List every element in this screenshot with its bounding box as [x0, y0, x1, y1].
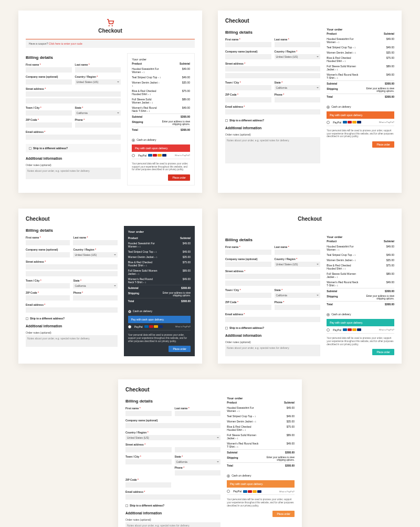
- order-notes-textarea[interactable]: Notes about your order, e.g. special not…: [26, 335, 118, 347]
- page-title: Checkout: [125, 387, 295, 392]
- order-notes-textarea[interactable]: Notes about your order, e.g. special not…: [26, 168, 121, 179]
- ship-different-toggle[interactable]: Ship to a different address?: [26, 144, 121, 152]
- state-select[interactable]: California: [175, 459, 221, 464]
- order-notes-textarea[interactable]: Notes about your order, e.g. special not…: [225, 345, 320, 356]
- state-select[interactable]: California: [275, 85, 321, 90]
- town-input[interactable]: [225, 293, 271, 298]
- payment-paypal[interactable]: PayPal What is PayPal?: [132, 154, 190, 157]
- what-is-paypal-link[interactable]: What is PayPal?: [379, 121, 394, 123]
- payment-cod[interactable]: Cash on delivery: [132, 137, 190, 143]
- ship-checkbox[interactable]: [26, 317, 28, 320]
- country-select[interactable]: United States (US): [75, 79, 121, 85]
- company-input[interactable]: [225, 54, 271, 59]
- last-name-input[interactable]: [275, 250, 321, 255]
- country-select[interactable]: United States (US): [73, 252, 117, 257]
- place-order-button[interactable]: Place order: [169, 346, 191, 352]
- payment-paypal[interactable]: PayPal What is PayPal?: [227, 490, 295, 493]
- street-input-1[interactable]: [26, 91, 121, 97]
- street-input-2[interactable]: [26, 98, 121, 104]
- first-name-input[interactable]: [125, 411, 172, 416]
- radio-paypal[interactable]: [227, 490, 230, 493]
- street-input-1[interactable]: [225, 66, 320, 71]
- phone-input[interactable]: [175, 470, 221, 476]
- what-is-paypal-link[interactable]: What is PayPal?: [279, 490, 295, 493]
- zip-input[interactable]: [225, 305, 271, 310]
- ship-checkbox[interactable]: [29, 147, 32, 150]
- payment-paypal[interactable]: PayPal What is PayPal?: [128, 325, 191, 328]
- street-input-2[interactable]: [225, 73, 320, 78]
- email-input[interactable]: [125, 494, 220, 500]
- country-select[interactable]: United States (US): [125, 435, 220, 440]
- place-order-button[interactable]: Place order: [168, 174, 190, 181]
- company-input[interactable]: [26, 79, 72, 85]
- state-select[interactable]: California: [275, 293, 321, 298]
- company-input[interactable]: [125, 423, 220, 428]
- company-input[interactable]: [225, 262, 271, 267]
- payment-cod[interactable]: Cash on delivery: [327, 311, 394, 318]
- street-input-2[interactable]: [225, 281, 320, 286]
- what-is-paypal-link[interactable]: What is PayPal?: [175, 154, 190, 157]
- zip-input[interactable]: [26, 295, 70, 301]
- last-name-input[interactable]: [75, 67, 121, 73]
- first-name-input[interactable]: [26, 67, 72, 73]
- last-name-input[interactable]: [73, 240, 117, 245]
- town-input[interactable]: [225, 85, 271, 90]
- order-notes-textarea[interactable]: Notes about your order, e.g. special not…: [125, 522, 220, 527]
- street-input-1[interactable]: [225, 274, 320, 279]
- state-select[interactable]: California: [75, 110, 121, 116]
- street-input-1[interactable]: [26, 264, 118, 270]
- last-name-input[interactable]: [175, 411, 221, 416]
- first-name-input[interactable]: [225, 42, 271, 47]
- payment-cod[interactable]: Cash on delivery: [227, 472, 295, 479]
- first-name-input[interactable]: [26, 240, 70, 245]
- place-order-button[interactable]: Place order: [372, 349, 394, 355]
- place-order-button[interactable]: Place order: [272, 511, 295, 517]
- phone-input[interactable]: [75, 122, 121, 128]
- payment-cod[interactable]: Cash on delivery: [128, 308, 191, 315]
- what-is-paypal-link[interactable]: What is PayPal?: [379, 328, 394, 331]
- zip-input[interactable]: [26, 122, 72, 128]
- radio-paypal[interactable]: [327, 121, 330, 124]
- coupon-link[interactable]: Click here to enter your code: [49, 42, 82, 45]
- phone-input[interactable]: [275, 97, 321, 102]
- last-name-input[interactable]: [275, 42, 321, 47]
- street-input-2[interactable]: [26, 271, 118, 276]
- radio-cod[interactable]: [132, 139, 135, 142]
- payment-paypal[interactable]: PayPal What is PayPal?: [327, 328, 394, 332]
- street-input-1[interactable]: [125, 447, 172, 452]
- radio-cod[interactable]: [327, 313, 330, 316]
- zip-input[interactable]: [125, 482, 171, 488]
- radio-cod[interactable]: [227, 474, 230, 478]
- company-input[interactable]: [26, 252, 70, 257]
- ship-checkbox[interactable]: [225, 119, 228, 122]
- first-name-input[interactable]: [225, 250, 271, 255]
- street-input-2[interactable]: [175, 447, 221, 452]
- radio-cod[interactable]: [128, 310, 131, 313]
- coupon-banner[interactable]: Have a coupon? Click here to enter your …: [26, 39, 195, 48]
- state-select[interactable]: California: [73, 283, 117, 288]
- place-order-button[interactable]: Place order: [372, 141, 394, 148]
- town-input[interactable]: [26, 110, 72, 116]
- radio-paypal[interactable]: [327, 328, 330, 332]
- radio-cod[interactable]: [327, 106, 330, 109]
- order-notes-textarea[interactable]: Notes about your order, e.g. special not…: [225, 137, 320, 163]
- email-input[interactable]: [26, 135, 121, 140]
- payment-paypal[interactable]: PayPal What is PayPal?: [327, 121, 394, 124]
- phone-input[interactable]: [275, 305, 321, 310]
- email-input[interactable]: [225, 109, 320, 115]
- country-select[interactable]: United States (US): [275, 262, 321, 267]
- ship-checkbox[interactable]: [125, 504, 128, 507]
- phone-input[interactable]: [73, 295, 117, 301]
- radio-paypal[interactable]: [132, 154, 135, 157]
- ship-checkbox[interactable]: [225, 327, 228, 329]
- zip-input[interactable]: [225, 97, 271, 102]
- email-input[interactable]: [225, 317, 320, 322]
- table-row: Blue & Red Checked Hooded Shirt × 1$75.0…: [132, 88, 190, 97]
- country-select[interactable]: United States (US): [275, 54, 321, 59]
- town-input[interactable]: [125, 459, 172, 464]
- radio-paypal[interactable]: [128, 325, 131, 328]
- email-input[interactable]: [26, 307, 118, 313]
- payment-cod[interactable]: Cash on delivery: [327, 104, 394, 110]
- what-is-paypal-link[interactable]: What is PayPal?: [175, 325, 191, 328]
- town-input[interactable]: [26, 283, 70, 288]
